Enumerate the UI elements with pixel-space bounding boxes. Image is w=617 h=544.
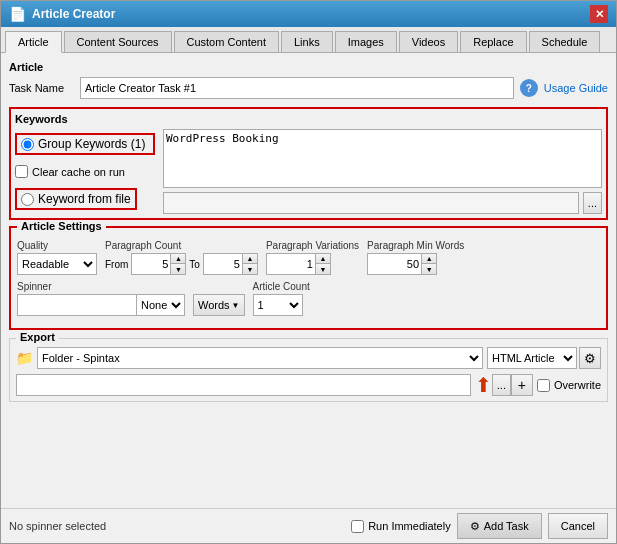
clear-cache-checkbox[interactable] xyxy=(15,165,28,178)
add-task-button[interactable]: ⚙ Add Task xyxy=(457,513,542,539)
clear-cache-label: Clear cache on run xyxy=(32,166,125,178)
to-down-arrow[interactable]: ▼ xyxy=(243,264,257,274)
task-name-label: Task Name xyxy=(9,82,74,94)
to-up-arrow[interactable]: ▲ xyxy=(243,254,257,264)
paragraph-count-label: Paragraph Count xyxy=(105,240,258,251)
from-down-arrow[interactable]: ▼ xyxy=(171,264,185,274)
export-actions: ⬆ ... + Overwrite xyxy=(475,373,601,397)
keyword-from-file-highlight: Keyword from file xyxy=(15,188,137,210)
tab-article[interactable]: Article xyxy=(5,31,62,53)
protect-words-field: Words ▼ xyxy=(193,281,245,316)
protect-words-label: Words xyxy=(198,299,230,311)
spinner-label: Spinner xyxy=(17,281,185,292)
export-add-button[interactable]: + xyxy=(511,374,533,396)
from-input[interactable] xyxy=(131,253,171,275)
help-button[interactable]: ? xyxy=(520,79,538,97)
variations-spin-arrows: ▲ ▼ xyxy=(316,253,331,275)
variations-spin-group: ▲ ▼ xyxy=(266,253,359,275)
settings-row-1: Quality Readable Standard High Quality P… xyxy=(17,240,600,275)
title-bar-left: 📄 Article Creator xyxy=(9,6,115,22)
browse-button[interactable]: ... xyxy=(583,192,602,214)
paragraph-count-field: Paragraph Count From ▲ ▼ To xyxy=(105,240,258,275)
export-path-input[interactable] xyxy=(16,374,471,396)
article-count-select[interactable]: 1 2 5 xyxy=(253,294,303,316)
min-words-up-arrow[interactable]: ▲ xyxy=(422,254,436,264)
overwrite-label: Overwrite xyxy=(554,379,601,391)
tab-replace[interactable]: Replace xyxy=(460,31,526,52)
overwrite-checkbox[interactable] xyxy=(537,379,550,392)
protect-words-spacer xyxy=(193,281,245,292)
to-spin-group: ▲ ▼ xyxy=(203,253,258,275)
tab-videos[interactable]: Videos xyxy=(399,31,458,52)
run-immediately-row: Run Immediately xyxy=(351,520,451,533)
article-count-label: Article Count xyxy=(253,281,310,292)
export-row-1: 📁 Folder - Spintax HTML Article ⚙ xyxy=(16,347,601,369)
min-words-down-arrow[interactable]: ▼ xyxy=(422,264,436,274)
tab-schedule[interactable]: Schedule xyxy=(529,31,601,52)
add-task-label: Add Task xyxy=(484,520,529,532)
group-keywords-highlight: Group Keywords (1) xyxy=(15,133,155,155)
clear-cache-row: Clear cache on run xyxy=(15,165,155,178)
paragraph-variations-label: Paragraph Variations xyxy=(266,240,359,251)
min-words-input[interactable] xyxy=(367,253,422,275)
run-immediately-checkbox[interactable] xyxy=(351,520,364,533)
upload-icon: ⬆ xyxy=(475,373,492,397)
protect-words-arrow: ▼ xyxy=(232,301,240,310)
keyword-file-row: Keyword from file xyxy=(15,188,155,210)
task-name-input[interactable] xyxy=(80,77,514,99)
to-spin-arrows: ▲ ▼ xyxy=(243,253,258,275)
variations-up-arrow[interactable]: ▲ xyxy=(316,254,330,264)
folder-icon: 📁 xyxy=(16,350,33,366)
close-button[interactable]: ✕ xyxy=(590,5,608,23)
gear-button[interactable]: ⚙ xyxy=(579,347,601,369)
keywords-left: Group Keywords (1) Clear cache on run Ke… xyxy=(15,129,155,214)
export-browse-button[interactable]: ... xyxy=(492,374,511,396)
main-content: Article Task Name ? Usage Guide Keywords… xyxy=(1,53,616,508)
article-section: Article Task Name ? Usage Guide xyxy=(9,61,608,99)
min-words-spin-arrows: ▲ ▼ xyxy=(422,253,437,275)
tab-custom-content[interactable]: Custom Content xyxy=(174,31,279,52)
from-label: From xyxy=(105,259,128,270)
paragraph-variations-field: Paragraph Variations ▲ ▼ xyxy=(266,240,359,275)
quality-label: Quality xyxy=(17,240,97,251)
keywords-right: WordPress Booking ... xyxy=(163,129,602,214)
protect-words-button[interactable]: Words ▼ xyxy=(193,294,245,316)
variations-input[interactable] xyxy=(266,253,316,275)
run-immediately-label: Run Immediately xyxy=(368,520,451,532)
article-section-label: Article xyxy=(9,61,608,73)
article-count-field: Article Count 1 2 5 xyxy=(253,281,310,316)
variations-down-arrow[interactable]: ▼ xyxy=(316,264,330,274)
export-box: Export 📁 Folder - Spintax HTML Article ⚙… xyxy=(9,338,608,402)
settings-row-2: Spinner None Words ▼ xyxy=(17,281,600,316)
export-row-2: ⬆ ... + Overwrite xyxy=(16,373,601,397)
tab-images[interactable]: Images xyxy=(335,31,397,52)
keyword-from-file-radio[interactable] xyxy=(21,193,34,206)
paragraph-min-words-field: Paragraph Min Words ▲ ▼ xyxy=(367,240,464,275)
main-window: 📄 Article Creator ✕ Article Content Sour… xyxy=(0,0,617,544)
to-input[interactable] xyxy=(203,253,243,275)
from-up-arrow[interactable]: ▲ xyxy=(171,254,185,264)
task-name-row: Task Name ? Usage Guide xyxy=(9,77,608,99)
keywords-box: Keywords Group Keywords (1) Clear cache … xyxy=(9,107,608,220)
keywords-textarea[interactable]: WordPress Booking xyxy=(163,129,602,188)
keywords-inner: Group Keywords (1) Clear cache on run Ke… xyxy=(15,129,602,214)
paragraph-min-words-label: Paragraph Min Words xyxy=(367,240,464,251)
overwrite-row: Overwrite xyxy=(537,379,601,392)
tab-bar: Article Content Sources Custom Content L… xyxy=(1,27,616,53)
to-label: To xyxy=(189,259,200,270)
cancel-button[interactable]: Cancel xyxy=(548,513,608,539)
html-article-select[interactable]: HTML Article xyxy=(487,347,577,369)
spinner-input[interactable] xyxy=(17,294,137,316)
tab-links[interactable]: Links xyxy=(281,31,333,52)
spinner-select[interactable]: None xyxy=(137,294,185,316)
min-words-spin-group: ▲ ▼ xyxy=(367,253,464,275)
file-path-input[interactable] xyxy=(163,192,579,214)
group-keywords-radio[interactable] xyxy=(21,138,34,151)
group-keywords-label: Group Keywords (1) xyxy=(38,137,145,151)
app-icon: 📄 xyxy=(9,6,26,22)
article-settings-box: Article Settings Quality Readable Standa… xyxy=(9,226,608,330)
folder-select[interactable]: Folder - Spintax xyxy=(37,347,483,369)
tab-content-sources[interactable]: Content Sources xyxy=(64,31,172,52)
quality-select[interactable]: Readable Standard High Quality xyxy=(17,253,97,275)
usage-guide-link[interactable]: Usage Guide xyxy=(544,82,608,94)
